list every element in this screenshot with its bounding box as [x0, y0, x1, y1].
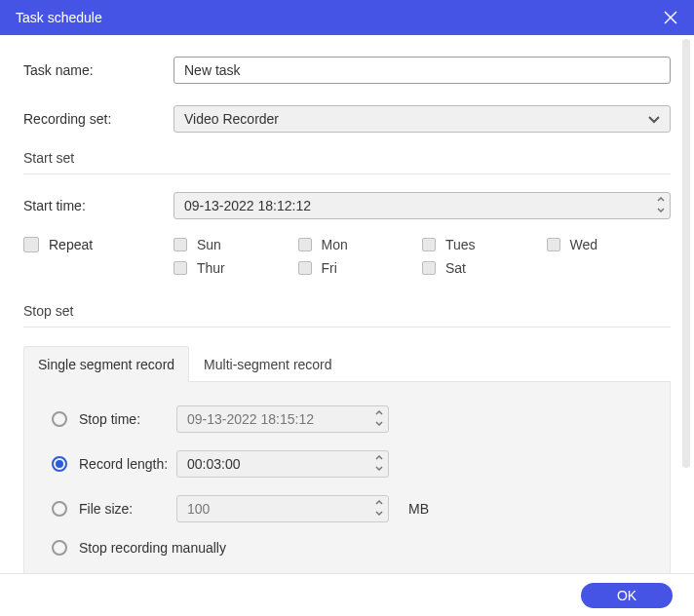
window-title: Task schedule [16, 10, 102, 25]
manual-stop-row: Stop recording manually [52, 540, 642, 556]
record-length-radio[interactable] [52, 456, 67, 472]
file-size-spinner [373, 497, 385, 519]
spinner-down-button[interactable] [373, 463, 385, 474]
start-time-label: Start time: [23, 198, 174, 213]
stop-tabs-wrap: Single segment record Multi-segment reco… [23, 345, 671, 581]
task-name-label: Task name: [23, 62, 174, 78]
days-grid: Sun Mon Tues Wed Thur Fri Sat [174, 237, 671, 276]
stop-tabs: Single segment record Multi-segment reco… [23, 345, 671, 382]
start-time-input[interactable] [174, 192, 671, 219]
day-sun: Sun [174, 237, 298, 252]
day-mon: Mon [298, 237, 423, 252]
tab-single-segment[interactable]: Single segment record [23, 346, 189, 382]
day-thur-checkbox[interactable] [174, 261, 187, 275]
day-wed-checkbox[interactable] [547, 238, 560, 251]
record-length-label: Record length: [79, 456, 176, 472]
task-name-input[interactable] [174, 57, 671, 84]
spinner-down-button[interactable] [373, 508, 385, 519]
start-set-heading: Start set [23, 150, 671, 166]
file-size-input[interactable] [176, 495, 389, 522]
manual-stop-label: Stop recording manually [79, 540, 226, 556]
record-length-row: Record length: [52, 450, 642, 478]
single-segment-panel: Stop time: Record length: [23, 382, 671, 581]
file-size-radio[interactable] [52, 501, 67, 517]
stop-time-row: Stop time: [52, 405, 642, 433]
stop-time-label: Stop time: [79, 411, 176, 427]
day-fri-checkbox[interactable] [298, 261, 312, 275]
stop-set-heading: Stop set [23, 303, 671, 319]
titlebar: Task schedule [0, 0, 694, 35]
stop-time-spinner [373, 407, 385, 429]
record-length-spinner [373, 452, 385, 474]
close-button[interactable] [663, 10, 678, 25]
repeat-checkbox[interactable] [23, 237, 39, 252]
scrollbar-thumb[interactable] [682, 39, 690, 468]
day-wed: Wed [547, 237, 672, 252]
day-tues: Tues [422, 237, 547, 252]
repeat-checkbox-wrap: Repeat [23, 237, 174, 252]
spinner-up-button[interactable] [373, 452, 385, 463]
file-size-label: File size: [79, 501, 176, 517]
recording-set-select-wrap [174, 105, 671, 133]
start-time-field-wrap [174, 192, 671, 219]
task-name-row: Task name: [23, 57, 671, 84]
record-length-input[interactable] [176, 450, 389, 478]
day-sat-checkbox[interactable] [422, 261, 436, 275]
start-time-row: Start time: [23, 192, 671, 219]
repeat-label: Repeat [49, 237, 93, 252]
day-sun-checkbox[interactable] [174, 238, 187, 251]
day-tues-checkbox[interactable] [422, 238, 436, 251]
recording-set-row: Recording set: [23, 105, 671, 133]
tab-multi-segment[interactable]: Multi-segment record [189, 346, 347, 382]
day-fri: Fri [298, 260, 423, 276]
ok-button[interactable]: OK [581, 583, 673, 608]
day-thur: Thur [174, 260, 298, 276]
file-size-row: File size: MB [52, 495, 642, 522]
spinner-up-button[interactable] [655, 194, 667, 205]
day-sat: Sat [422, 260, 547, 276]
content-area: Task name: Recording set: Start set Star… [0, 35, 694, 581]
manual-stop-radio[interactable] [52, 540, 67, 556]
spinner-down-button[interactable] [655, 205, 667, 215]
day-mon-checkbox[interactable] [298, 238, 312, 251]
divider [23, 327, 671, 327]
spinner-down-button[interactable] [373, 418, 385, 429]
divider [23, 173, 671, 174]
start-time-spinner [655, 194, 667, 215]
repeat-row: Repeat Sun Mon Tues Wed Thur Fri Sat [23, 237, 671, 276]
file-size-unit: MB [408, 501, 429, 517]
spinner-up-button[interactable] [373, 407, 385, 418]
recording-set-select[interactable] [174, 105, 671, 133]
close-icon [664, 11, 677, 24]
spinner-up-button[interactable] [373, 497, 385, 508]
stop-time-radio[interactable] [52, 411, 67, 427]
footer: OK [0, 573, 694, 616]
recording-set-label: Recording set: [23, 111, 174, 127]
stop-time-input[interactable] [176, 405, 389, 433]
